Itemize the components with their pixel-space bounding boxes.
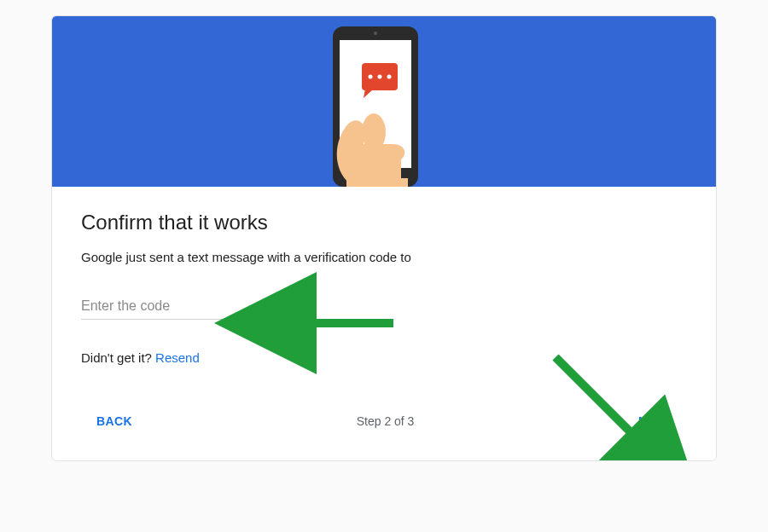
svg-point-7 (387, 75, 392, 79)
svg-point-6 (378, 75, 382, 79)
phone-in-hand-illustration (273, 16, 495, 187)
svg-rect-10 (287, 302, 289, 312)
content-area: Confirm that it works Google just sent a… (52, 187, 716, 460)
code-input[interactable] (81, 293, 277, 320)
svg-point-8 (362, 113, 386, 151)
resend-link[interactable]: Resend (155, 350, 200, 365)
verification-card: Confirm that it works Google just sent a… (51, 15, 717, 461)
svg-rect-12 (291, 308, 294, 312)
next-button[interactable]: NEXT (628, 408, 682, 435)
svg-rect-9 (346, 178, 408, 187)
page-title: Confirm that it works (81, 211, 687, 234)
password-manager-icon[interactable] (286, 300, 298, 314)
footer-bar: BACK Step 2 of 3 NEXT (81, 408, 687, 452)
step-indicator: Step 2 of 3 (357, 414, 415, 428)
resend-prompt: Didn't get it? (81, 350, 155, 365)
hero-banner (52, 16, 716, 187)
svg-rect-13 (295, 305, 297, 309)
svg-point-5 (369, 75, 373, 79)
svg-point-2 (374, 32, 377, 35)
svg-rect-11 (291, 302, 294, 306)
back-button[interactable]: BACK (86, 408, 143, 435)
instruction-text: Google just sent a text message with a v… (81, 250, 687, 264)
resend-row: Didn't get it? Resend (81, 350, 687, 365)
code-field-row (81, 293, 687, 320)
